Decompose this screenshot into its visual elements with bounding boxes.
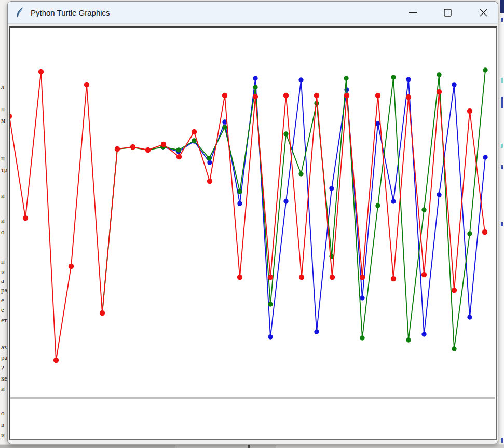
text-fragment: и bbox=[1, 431, 5, 438]
data-point-red bbox=[299, 275, 304, 280]
turtle-chart-svg bbox=[10, 28, 496, 439]
data-point-red bbox=[482, 229, 487, 235]
text-fragment: ет bbox=[1, 317, 7, 323]
data-point-green bbox=[268, 302, 273, 306]
data-point-green bbox=[253, 85, 257, 89]
turtle-canvas[interactable] bbox=[9, 26, 497, 440]
text-fragment: и bbox=[1, 217, 5, 224]
close-button[interactable] bbox=[474, 4, 492, 21]
data-point-red bbox=[23, 215, 28, 221]
data-point-red bbox=[38, 69, 44, 74]
background-shell-strip: RESTART: bbox=[0, 444, 504, 448]
series-line-green bbox=[102, 70, 485, 349]
data-point-red bbox=[253, 94, 258, 99]
tk-feather-icon bbox=[16, 7, 25, 18]
data-point-green bbox=[192, 138, 196, 143]
background-document-edge: лнмнтрииопиараееетазра?кеиови bbox=[0, 0, 8, 444]
data-point-blue bbox=[467, 315, 472, 319]
data-point-red bbox=[437, 89, 442, 94]
background-content-mark bbox=[501, 165, 503, 169]
background-content-mark bbox=[501, 78, 503, 83]
data-point-red bbox=[69, 264, 74, 269]
data-point-green bbox=[437, 72, 441, 77]
data-point-green bbox=[452, 346, 456, 351]
data-point-red bbox=[360, 275, 365, 280]
data-point-blue bbox=[268, 334, 273, 339]
data-point-green bbox=[176, 147, 181, 152]
data-point-red bbox=[207, 179, 212, 184]
data-point-red bbox=[406, 94, 411, 100]
data-point-red bbox=[100, 310, 105, 316]
close-x-icon bbox=[479, 8, 488, 18]
text-fragment: а bbox=[1, 277, 4, 284]
data-point-blue bbox=[452, 82, 456, 87]
data-point-blue bbox=[437, 192, 441, 197]
minimize-button[interactable] bbox=[404, 4, 421, 21]
background-content-mark bbox=[501, 97, 503, 108]
data-point-red bbox=[237, 275, 242, 280]
data-point-green bbox=[207, 156, 211, 160]
turtle-graphics-window: Python Turtle Graphics bbox=[7, 1, 498, 444]
data-point-red bbox=[145, 147, 151, 153]
data-point-green bbox=[222, 125, 227, 129]
data-point-blue bbox=[298, 77, 303, 82]
data-point-red bbox=[452, 288, 457, 293]
data-point-blue bbox=[375, 121, 380, 126]
page-root: лнмнтрииопиараееетазра?кеиови RESTART: P… bbox=[0, 0, 504, 448]
text-fragment: м bbox=[1, 117, 5, 124]
series-red bbox=[10, 69, 487, 363]
text-fragment: ? bbox=[1, 364, 4, 371]
data-point-green bbox=[483, 67, 487, 72]
text-fragment: аз bbox=[1, 344, 7, 350]
data-point-red bbox=[375, 93, 380, 98]
text-fragment: о bbox=[1, 410, 5, 416]
text-fragment: и bbox=[1, 192, 5, 199]
background-content-mark bbox=[501, 222, 503, 226]
taskbar-divider bbox=[248, 445, 250, 448]
data-point-blue bbox=[314, 329, 319, 334]
data-point-red bbox=[130, 144, 135, 150]
data-point-red bbox=[53, 358, 59, 363]
text-fragment: е bbox=[1, 306, 4, 313]
text-fragment: н bbox=[1, 155, 5, 161]
title-bar[interactable]: Python Turtle Graphics bbox=[8, 2, 498, 24]
text-fragment: о bbox=[1, 228, 5, 235]
data-point-blue bbox=[253, 76, 257, 80]
series-blue bbox=[160, 76, 487, 339]
data-point-green bbox=[421, 207, 426, 212]
window-title: Python Turtle Graphics bbox=[31, 8, 110, 17]
maximize-button[interactable] bbox=[439, 4, 456, 21]
data-point-blue bbox=[360, 295, 364, 300]
text-fragment: тр bbox=[1, 166, 7, 173]
data-point-green bbox=[391, 75, 396, 79]
data-point-blue bbox=[237, 201, 242, 206]
text-fragment: ра bbox=[1, 287, 7, 293]
text-fragment: н bbox=[1, 105, 5, 112]
background-content-mark bbox=[501, 18, 503, 22]
background-content-mark bbox=[501, 144, 503, 148]
data-point-red bbox=[391, 276, 396, 281]
data-point-green bbox=[298, 171, 303, 176]
data-point-red bbox=[115, 146, 120, 152]
text-fragment: и bbox=[1, 268, 5, 275]
data-point-green bbox=[406, 337, 411, 342]
data-point-blue bbox=[421, 332, 426, 336]
data-point-blue bbox=[207, 160, 212, 165]
text-fragment: е bbox=[1, 296, 4, 303]
data-point-red bbox=[314, 93, 319, 98]
background-titlebar-fragment bbox=[500, 0, 504, 13]
taskbar-segment bbox=[0, 445, 175, 448]
text-fragment: и bbox=[1, 385, 5, 392]
data-point-red bbox=[467, 108, 472, 114]
text-fragment: л bbox=[1, 83, 5, 90]
data-point-green bbox=[360, 335, 364, 340]
data-point-red bbox=[176, 154, 182, 159]
data-point-red bbox=[344, 93, 349, 98]
data-point-blue bbox=[483, 155, 487, 159]
background-content-mark bbox=[501, 438, 503, 443]
data-point-red bbox=[421, 272, 427, 277]
shell-text-strip: RESTART: bbox=[276, 445, 504, 448]
data-point-green bbox=[314, 101, 319, 105]
data-point-red bbox=[84, 82, 89, 87]
data-point-red bbox=[161, 142, 166, 147]
